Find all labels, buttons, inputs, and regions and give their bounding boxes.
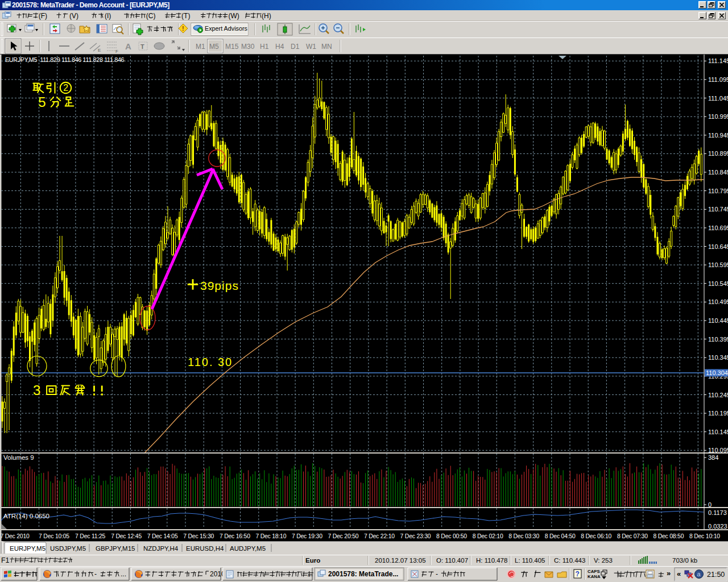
svg-text:110.945: 110.945	[708, 132, 728, 139]
svg-text:...: ...	[121, 570, 126, 578]
svg-text:7 Dec 16:50: 7 Dec 16:50	[220, 533, 250, 539]
svg-text:110.195: 110.195	[708, 410, 728, 417]
svg-text:...: ...	[307, 570, 313, 578]
svg-text:111.095: 111.095	[708, 76, 728, 83]
svg-text:39pips: 39pips	[200, 279, 239, 292]
svg-text:7 Dec 14:05: 7 Dec 14:05	[147, 533, 178, 539]
svg-text:5: 5	[38, 94, 46, 110]
svg-text:110.745: 110.745	[708, 206, 728, 213]
svg-text:110.695: 110.695	[708, 225, 728, 231]
svg-text:F: F	[115, 49, 118, 54]
svg-text:L: 110.405: L: 110.405	[515, 557, 545, 564]
svg-text:(T): (T)	[181, 12, 190, 20]
svg-text:110.895: 110.895	[708, 150, 728, 157]
svg-text:703/0 kb: 703/0 kb	[672, 557, 697, 564]
svg-text:?: ?	[576, 570, 580, 578]
svg-text:H: 110.478: H: 110.478	[476, 557, 507, 564]
svg-text:8 Dec 06:10: 8 Dec 06:10	[581, 533, 611, 539]
svg-text:384: 384	[708, 454, 718, 461]
svg-text:(C): (C)	[146, 12, 156, 20]
svg-text:M30: M30	[241, 43, 255, 51]
svg-text:0.0323: 0.0323	[708, 523, 727, 530]
svg-text:3: 3	[33, 383, 40, 398]
svg-text:7 Dec 2010: 7 Dec 2010	[0, 533, 30, 539]
svg-text:7 Dec 10:05: 7 Dec 10:05	[39, 533, 69, 539]
svg-text:7 Dec 15:30: 7 Dec 15:30	[183, 533, 214, 539]
svg-text:110.304: 110.304	[706, 369, 728, 376]
svg-text:(V): (V)	[69, 12, 78, 20]
svg-text:8 Dec 07:30: 8 Dec 07:30	[617, 533, 648, 539]
svg-text:2010.12.07 13:05: 2010.12.07 13:05	[375, 557, 426, 564]
svg-text:CAPS: CAPS	[588, 569, 600, 574]
svg-text:EURJPY,M5 111.829 111.846 111: EURJPY,M5 111.829 111.846 111.828 111.84…	[5, 56, 125, 63]
svg-text:2: 2	[63, 83, 68, 93]
svg-text:EURUSD,H4: EURUSD,H4	[186, 545, 224, 552]
svg-text:M5: M5	[209, 43, 219, 51]
svg-text:T: T	[140, 43, 144, 50]
svg-text:0.1173: 0.1173	[708, 509, 727, 516]
svg-text:7 Dec 22:10: 7 Dec 22:10	[364, 533, 395, 539]
svg-text:110.345: 110.345	[708, 354, 728, 361]
svg-text:8 Dec 10:10: 8 Dec 10:10	[689, 533, 720, 539]
svg-text:0: 0	[708, 501, 712, 508]
svg-text:O: 110.407: O: 110.407	[436, 557, 468, 564]
svg-text:NZDJPY,H4: NZDJPY,H4	[143, 545, 179, 552]
svg-text:C: 110.443: C: 110.443	[554, 557, 585, 564]
svg-text:110.445: 110.445	[708, 317, 728, 324]
svg-text:110.995: 110.995	[708, 113, 728, 120]
svg-text:GBPJPY,M15: GBPJPY,M15	[96, 545, 135, 552]
svg-text:8 Dec 03:30: 8 Dec 03:30	[508, 533, 539, 539]
svg-text:!: !	[182, 25, 184, 32]
svg-text:110.245: 110.245	[708, 392, 728, 398]
svg-text:H4: H4	[275, 43, 284, 51]
svg-text:E: E	[98, 48, 101, 53]
svg-text:7 Dec 18:10: 7 Dec 18:10	[255, 533, 286, 539]
svg-text:W1: W1	[306, 43, 316, 51]
svg-text:M1: M1	[196, 43, 205, 51]
svg-text:110.795: 110.795	[708, 188, 728, 194]
svg-text:8 Dec 08:50: 8 Dec 08:50	[653, 533, 684, 539]
svg-text:110.545: 110.545	[708, 280, 728, 287]
svg-text:USDJPY,M5: USDJPY,M5	[50, 545, 86, 552]
svg-text:EURJPY,M5: EURJPY,M5	[10, 545, 46, 552]
svg-text:110.395: 110.395	[708, 336, 728, 343]
svg-text:Euro: Euro	[305, 557, 320, 564]
svg-text:8 Dec 00:50: 8 Dec 00:50	[436, 533, 467, 539]
svg-text:21:50: 21:50	[707, 571, 725, 579]
svg-text:D1: D1	[291, 43, 300, 51]
svg-text:8 Dec 02:10: 8 Dec 02:10	[473, 533, 503, 539]
svg-text:7 Dec 12:45: 7 Dec 12:45	[111, 533, 142, 539]
svg-text:7 Dec 19:30: 7 Dec 19:30	[292, 533, 322, 539]
svg-text:111.045: 111.045	[708, 95, 728, 102]
svg-text:KANA: KANA	[588, 574, 601, 579]
svg-text:a: a	[697, 571, 701, 577]
svg-text:A: A	[125, 41, 131, 51]
svg-text:8 Dec 04:50: 8 Dec 04:50	[545, 533, 576, 539]
svg-text:(W): (W)	[229, 12, 239, 20]
svg-text:ATR(14) 0.0650: ATR(14) 0.0650	[3, 513, 49, 519]
svg-text:7 Dec 11:25: 7 Dec 11:25	[75, 533, 105, 539]
svg-text:V: 253: V: 253	[594, 557, 613, 564]
svg-text:MN: MN	[321, 43, 332, 51]
svg-text:110.645: 110.645	[708, 243, 728, 250]
svg-text:110.095: 110.095	[708, 447, 728, 454]
svg-text:110.495: 110.495	[708, 298, 728, 305]
svg-text:F1: F1	[1, 556, 10, 564]
svg-text:110.595: 110.595	[708, 261, 728, 268]
svg-text:(H): (H)	[262, 12, 271, 20]
svg-text:-: -	[94, 570, 97, 578]
svg-text:»: »	[667, 569, 671, 577]
svg-text:111.145: 111.145	[708, 57, 728, 64]
svg-text:Volumes 9: Volumes 9	[3, 454, 34, 461]
svg-text:«: «	[677, 569, 681, 578]
svg-text:H1: H1	[260, 43, 269, 51]
svg-text:(I): (I)	[105, 12, 111, 20]
svg-text:2001578: MetaTrade...: 2001578: MetaTrade...	[328, 570, 398, 578]
svg-text:7 Dec 23:30: 7 Dec 23:30	[400, 533, 431, 539]
svg-text:7 Dec 20:50: 7 Dec 20:50	[328, 533, 358, 539]
svg-text:110. 30: 110. 30	[188, 356, 233, 368]
svg-text:110.145: 110.145	[708, 429, 728, 435]
svg-text:110.845: 110.845	[708, 169, 728, 176]
svg-text:AUDJPY,M5: AUDJPY,M5	[230, 545, 266, 552]
svg-text:Expert Advisors: Expert Advisors	[205, 25, 248, 32]
